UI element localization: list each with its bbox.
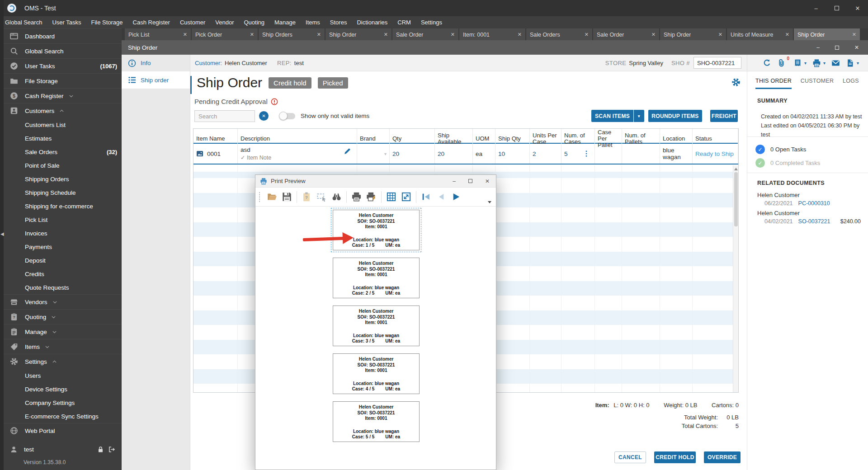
document-tab[interactable]: Sale Orders ✕ xyxy=(526,28,592,41)
sidebar-item[interactable]: Point of Sale xyxy=(0,159,122,172)
select-tool-icon[interactable] xyxy=(316,192,327,202)
cell-brand[interactable]: ▾ xyxy=(357,144,390,164)
cell-num-pallets[interactable] xyxy=(622,144,660,164)
label-preview[interactable]: Helen Customer SO#: SO-0037221 Item: 000… xyxy=(333,258,420,298)
subnav-item[interactable]: Info xyxy=(122,55,190,71)
document-tab[interactable]: Ship Order ✕ xyxy=(660,28,726,41)
label-preview[interactable]: Helen Customer SO#: SO-0037221 Item: 000… xyxy=(333,401,420,442)
toolbar-drag-handle[interactable] xyxy=(259,192,261,202)
window-close-button[interactable]: ✕ xyxy=(847,0,868,16)
scroll-up-icon[interactable] xyxy=(734,168,738,170)
sidebar-item[interactable]: Cash Register xyxy=(0,88,122,103)
sidebar-item[interactable]: Company Settings xyxy=(0,396,122,409)
print-preview-titlebar[interactable]: Print Preview – ✕ xyxy=(255,175,496,188)
logout-icon[interactable] xyxy=(108,446,115,453)
label-preview[interactable]: Helen Customer SO#: SO-0037221 Item: 000… xyxy=(333,353,420,394)
tab-close-icon[interactable]: ✕ xyxy=(381,32,388,38)
panel-tab[interactable]: THIS ORDER xyxy=(755,78,792,89)
related-document-link[interactable]: SO-0037221 xyxy=(798,218,830,225)
scan-items-dropdown[interactable]: ▾ xyxy=(634,110,644,122)
sidebar-item[interactable]: Web Portal xyxy=(0,423,122,438)
receipt-icon[interactable] xyxy=(793,59,802,67)
sidebar-item[interactable]: Device Settings xyxy=(0,382,122,396)
sidebar-item[interactable]: Sale Orders (32) xyxy=(0,145,122,159)
print-icon[interactable] xyxy=(812,59,821,67)
cell-uom[interactable]: ea xyxy=(473,144,495,164)
tab-close-icon[interactable]: ✕ xyxy=(649,32,656,38)
scan-items-button[interactable]: SCAN ITEMS xyxy=(591,110,633,122)
menu-item[interactable]: Stores xyxy=(325,16,352,28)
sidebar-item[interactable]: User Tasks (1067) xyxy=(0,58,122,73)
edit-description-icon[interactable] xyxy=(344,147,351,155)
sidebar-item[interactable]: E-commerce Sync Settings xyxy=(0,409,122,423)
dialog-close-button[interactable]: ✕ xyxy=(485,178,490,184)
settings-gear-icon[interactable] xyxy=(731,78,741,87)
doc-minimize-button[interactable]: – xyxy=(816,44,820,51)
tab-close-icon[interactable]: ✕ xyxy=(180,32,187,38)
document-tab[interactable]: Sale Order ✕ xyxy=(593,28,659,41)
tab-close-icon[interactable]: ✕ xyxy=(783,32,789,38)
sidebar-item[interactable]: Manage xyxy=(0,324,122,339)
sidebar-item[interactable]: Items xyxy=(0,339,122,354)
subnav-item[interactable]: Ship order xyxy=(122,71,190,89)
dialog-minimize-button[interactable]: – xyxy=(453,178,456,184)
tab-close-icon[interactable]: ✕ xyxy=(247,32,254,38)
menu-item[interactable]: Cash Register xyxy=(128,16,175,28)
open-tasks-row[interactable]: ✓ 0 Open Tasks xyxy=(755,145,806,154)
paste-icon[interactable] xyxy=(302,192,312,202)
menu-item[interactable]: Quoting xyxy=(239,16,269,28)
tab-close-icon[interactable]: ✕ xyxy=(448,32,455,38)
sidebar-item[interactable]: Shipping for e-commerce xyxy=(0,199,122,213)
document-tab[interactable]: Ship Order ✕ xyxy=(326,28,392,41)
clear-search-icon[interactable]: ✕ xyxy=(259,111,269,121)
not-valid-items-toggle[interactable] xyxy=(280,113,295,119)
cell-case-per-pallet[interactable] xyxy=(595,144,622,164)
document-tab[interactable]: Units of Measure ✕ xyxy=(727,28,793,41)
panel-tab[interactable]: LOGS xyxy=(843,78,859,89)
menu-item[interactable]: Settings xyxy=(416,16,447,28)
menu-item[interactable]: Global Search xyxy=(0,16,47,28)
cell-num-cases[interactable]: 5⋮ xyxy=(561,144,595,164)
row-menu-icon[interactable]: ⋮ xyxy=(583,149,590,158)
menu-item[interactable]: Items xyxy=(301,16,325,28)
sidebar-item[interactable]: Pick List xyxy=(0,213,122,226)
receipt-dropdown-icon[interactable]: ▾ xyxy=(804,61,807,66)
document-tab[interactable]: Ship Orders ✕ xyxy=(259,28,325,41)
tab-close-icon[interactable]: ✕ xyxy=(515,32,522,38)
doc-close-button[interactable]: ✕ xyxy=(854,44,859,51)
roundup-items-button[interactable]: ROUNDUP ITEMS xyxy=(648,110,702,122)
tab-close-icon[interactable]: ✕ xyxy=(582,32,589,38)
menu-item[interactable]: User Tasks xyxy=(47,16,86,28)
sidebar-item[interactable]: Vendors xyxy=(0,294,122,309)
document-icon[interactable] xyxy=(846,59,854,67)
dialog-maximize-button[interactable] xyxy=(468,179,472,183)
quick-print-icon[interactable] xyxy=(366,192,377,202)
save-icon[interactable] xyxy=(282,192,292,202)
scale-fit-icon[interactable] xyxy=(401,192,411,202)
cell-ship-qty[interactable]: 10 xyxy=(495,144,530,164)
credit-hold-button[interactable]: CREDIT HOLD xyxy=(654,451,696,463)
tab-close-icon[interactable]: ✕ xyxy=(849,32,856,38)
sidebar-item[interactable]: Customers List xyxy=(0,118,122,132)
document-dropdown-icon[interactable]: ▾ xyxy=(857,61,859,66)
scrollbar-thumb[interactable] xyxy=(734,172,738,226)
menu-item[interactable]: CRM xyxy=(392,16,416,28)
menu-item[interactable]: Dictionaries xyxy=(352,16,392,28)
panel-tab[interactable]: CUSTOMER xyxy=(801,78,834,89)
menu-item[interactable]: Vendor xyxy=(210,16,239,28)
sidebar-item[interactable]: Quote Requests xyxy=(0,281,122,294)
cell-units-per-case[interactable]: 2 xyxy=(530,144,561,164)
sidebar-collapse-icon[interactable]: ◀ xyxy=(0,231,4,236)
find-icon[interactable] xyxy=(331,192,342,202)
item-photo-icon[interactable] xyxy=(196,150,203,157)
completed-tasks-row[interactable]: ✓ 0 Completed Tasks xyxy=(755,158,820,168)
next-page-icon[interactable] xyxy=(451,192,461,202)
sidebar-item[interactable]: Dashboard xyxy=(0,28,122,43)
cell-qty[interactable]: 20 xyxy=(390,144,435,164)
sidebar-item[interactable]: Credits xyxy=(0,267,122,281)
open-file-icon[interactable] xyxy=(267,192,277,202)
toolbar-overflow-icon[interactable] xyxy=(488,201,491,203)
sidebar-item[interactable]: Quoting xyxy=(0,309,122,324)
document-tab[interactable]: Ship Order ✕ xyxy=(794,28,860,41)
menu-item[interactable]: Manage xyxy=(269,16,301,28)
